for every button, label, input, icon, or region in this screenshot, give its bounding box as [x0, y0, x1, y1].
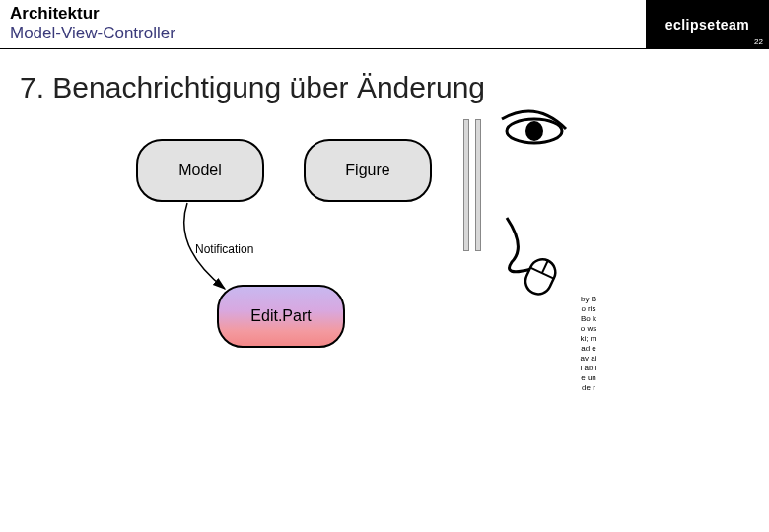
header-subtitle: Model-View-Controller [10, 24, 636, 43]
header-left: Architektur Model-View-Controller [0, 0, 646, 48]
arrow-model-to-editpart [168, 198, 246, 297]
slide-body: 7. Benachrichtigung über Änderung Model … [0, 49, 769, 494]
node-figure-label: Figure [345, 162, 389, 179]
node-editpart-label: Edit.Part [250, 307, 311, 325]
credit-text: by Bo ris Bo ko ws ki; m ad e av ail ab … [580, 295, 597, 393]
svg-rect-2 [522, 255, 560, 297]
page-number: 22 [754, 37, 763, 46]
vertical-divider-1 [463, 119, 469, 251]
node-model: Model [136, 139, 264, 202]
slide-header: Architektur Model-View-Controller eclips… [0, 0, 769, 49]
mvc-diagram: Model Figure Edit.Part Notification [20, 139, 749, 494]
svg-point-1 [525, 121, 543, 141]
node-model-label: Model [178, 162, 222, 179]
header-logo-area: eclipseteam 22 [646, 0, 769, 48]
slide-heading: 7. Benachrichtigung über Änderung [20, 71, 749, 104]
vertical-divider-2 [475, 119, 481, 251]
node-figure: Figure [304, 139, 432, 202]
logo-text: eclipseteam [665, 17, 750, 33]
header-title: Architektur [10, 4, 636, 24]
mouse-icon [497, 208, 586, 300]
eye-icon [497, 109, 576, 163]
